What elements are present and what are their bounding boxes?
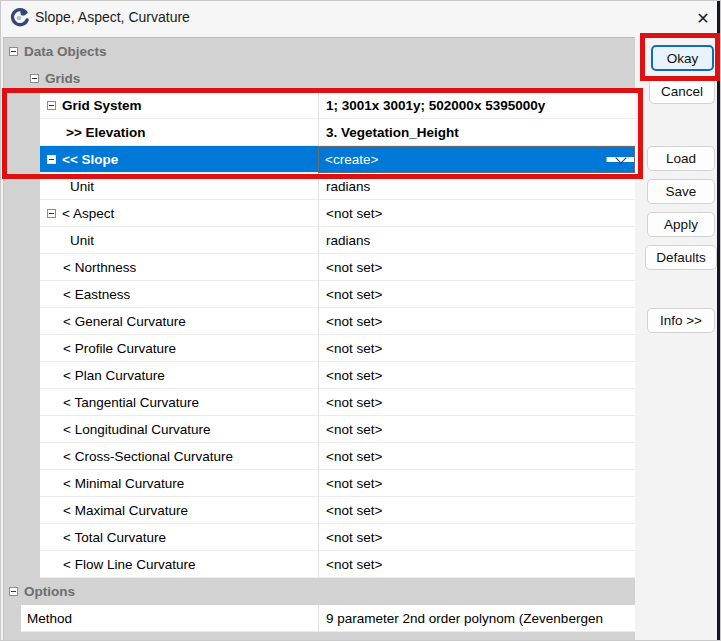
param-value-cell[interactable]: <not set> <box>318 281 635 308</box>
param-label: < Longitudinal Curvature <box>63 422 210 437</box>
section-row-grids[interactable]: Grids <box>4 65 635 92</box>
param-row-maximal-curvature: < Maximal Curvature <not set> <box>4 497 635 524</box>
param-value-cell[interactable]: <not set> <box>318 308 635 335</box>
param-value-cell[interactable]: <not set> <box>318 335 635 362</box>
param-label: < Maximal Curvature <box>63 503 188 518</box>
window-title: Slope, Aspect, Curvature <box>35 9 190 25</box>
param-name-cell[interactable]: Grid System <box>40 92 318 119</box>
param-value-cell[interactable]: <not set> <box>318 524 635 551</box>
param-value-cell[interactable]: <not set> <box>318 254 635 281</box>
tool-dialog-window: Slope, Aspect, Curvature ✕ Data Objects … <box>0 0 721 641</box>
defaults-button[interactable]: Defaults <box>645 245 717 270</box>
param-label: < Plan Curvature <box>63 368 165 383</box>
param-value-cell[interactable]: <not set> <box>318 443 635 470</box>
param-label: << Slope <box>62 152 118 167</box>
param-row-plan-curvature: < Plan Curvature <not set> <box>4 362 635 389</box>
okay-button[interactable]: Okay <box>651 45 714 71</box>
combobox-value: <create> <box>319 152 606 167</box>
combobox-dropdown-button[interactable] <box>606 157 634 162</box>
param-row-minimal-curvature: < Minimal Curvature <not set> <box>4 470 635 497</box>
param-row-slope-selected: << Slope <create> <box>4 146 635 173</box>
param-label: < Minimal Curvature <box>63 476 184 491</box>
saga-gis-icon <box>9 7 30 28</box>
param-label: < Total Curvature <box>63 530 166 545</box>
param-value-cell[interactable]: radians <box>318 173 635 200</box>
screen-edge-strip <box>717 1 720 641</box>
param-row-grid-system: Grid System 1; 3001x 3001y; 502000x 5395… <box>4 92 635 119</box>
param-value-cell[interactable]: <not set> <box>318 416 635 443</box>
param-row-longitudinal-curvature: < Longitudinal Curvature <not set> <box>4 416 635 443</box>
param-name-cell[interactable]: Unit <box>40 173 318 200</box>
param-label: < Flow Line Curvature <box>63 557 195 572</box>
param-name-cell[interactable]: < Tangential Curvature <box>40 389 318 416</box>
info-button[interactable]: Info >> <box>647 308 715 333</box>
param-row-cross-sectional-curvature: < Cross-Sectional Curvature <not set> <box>4 443 635 470</box>
param-name-cell[interactable]: >> Elevation <box>40 119 318 146</box>
param-name-cell[interactable]: << Slope <box>40 146 318 173</box>
param-value-cell[interactable]: <not set> <box>318 470 635 497</box>
collapse-minus-icon[interactable] <box>9 587 18 596</box>
param-label: Method <box>27 611 72 626</box>
param-name-cell[interactable]: < Longitudinal Curvature <box>40 416 318 443</box>
param-name-cell[interactable]: < Minimal Curvature <box>40 470 318 497</box>
param-label: < Eastness <box>63 287 130 302</box>
section-label: Data Objects <box>24 44 107 59</box>
param-label: >> Elevation <box>66 125 146 140</box>
param-label: < Tangential Curvature <box>63 395 199 410</box>
cancel-button[interactable]: Cancel <box>649 78 715 104</box>
param-value-cell[interactable]: 9 parameter 2nd order polynom (Zevenberg… <box>318 605 635 632</box>
param-label: < General Curvature <box>63 314 186 329</box>
collapse-minus-icon[interactable] <box>9 47 18 56</box>
param-label: < Profile Curvature <box>63 341 176 356</box>
param-name-cell[interactable]: < Cross-Sectional Curvature <box>40 443 318 470</box>
param-name-cell[interactable]: < Flow Line Curvature <box>40 551 318 578</box>
param-name-cell[interactable]: < Total Curvature <box>40 524 318 551</box>
apply-button[interactable]: Apply <box>647 212 715 237</box>
param-row-elevation: >> Elevation 3. Vegetation_Height <box>4 119 635 146</box>
param-row-northness: < Northness <not set> <box>4 254 635 281</box>
slope-output-combobox[interactable]: <create> <box>318 146 635 173</box>
param-value-cell[interactable]: <not set> <box>318 497 635 524</box>
param-row-flow-line-curvature: < Flow Line Curvature <not set> <box>4 551 635 578</box>
param-value-cell[interactable]: <not set> <box>318 362 635 389</box>
param-name-cell[interactable]: < Northness <box>40 254 318 281</box>
close-button[interactable]: ✕ <box>688 4 718 32</box>
param-row-profile-curvature: < Profile Curvature <not set> <box>4 335 635 362</box>
param-row-eastness: < Eastness <not set> <box>4 281 635 308</box>
collapse-minus-icon[interactable] <box>47 155 56 164</box>
parameter-table: Data Objects Grids Grid System 1; 3001x … <box>3 37 635 641</box>
param-value-cell[interactable]: <not set> <box>318 389 635 416</box>
collapse-minus-icon[interactable] <box>47 101 56 110</box>
param-value-cell[interactable]: 3. Vegetation_Height <box>318 119 635 146</box>
param-name-cell[interactable]: Method <box>21 605 318 632</box>
param-name-cell[interactable]: < Aspect <box>40 200 318 227</box>
save-button[interactable]: Save <box>647 179 715 204</box>
title-bar: Slope, Aspect, Curvature ✕ <box>1 1 721 36</box>
collapse-minus-icon[interactable] <box>47 209 56 218</box>
param-name-cell[interactable]: < Plan Curvature <box>40 362 318 389</box>
param-value-cell[interactable]: <not set> <box>318 200 635 227</box>
collapse-minus-icon[interactable] <box>30 74 39 83</box>
param-row-aspect: < Aspect <not set> <box>4 200 635 227</box>
param-value-cell[interactable]: <not set> <box>318 551 635 578</box>
param-label: Grid System <box>62 98 142 113</box>
param-name-cell[interactable]: < Eastness <box>40 281 318 308</box>
section-row-data-objects[interactable]: Data Objects <box>4 38 635 65</box>
param-row-aspect-unit: Unit radians <box>4 227 635 254</box>
param-label: Unit <box>70 233 94 248</box>
load-button[interactable]: Load <box>647 146 715 171</box>
section-row-options[interactable]: Options <box>4 578 635 605</box>
param-name-cell[interactable]: < Maximal Curvature <box>40 497 318 524</box>
param-row-tangential-curvature: < Tangential Curvature <not set> <box>4 389 635 416</box>
param-name-cell[interactable]: < General Curvature <box>40 308 318 335</box>
param-row-slope-unit: Unit radians <box>4 173 635 200</box>
param-value-cell[interactable]: 1; 3001x 3001y; 502000x 5395000y <box>318 92 635 119</box>
param-name-cell[interactable]: < Profile Curvature <box>40 335 318 362</box>
param-label: Unit <box>70 179 94 194</box>
param-value-cell[interactable]: radians <box>318 227 635 254</box>
section-label: Options <box>24 584 75 599</box>
param-name-cell[interactable]: Unit <box>40 227 318 254</box>
param-label: < Cross-Sectional Curvature <box>63 449 233 464</box>
param-label: < Northness <box>63 260 136 275</box>
param-row-total-curvature: < Total Curvature <not set> <box>4 524 635 551</box>
